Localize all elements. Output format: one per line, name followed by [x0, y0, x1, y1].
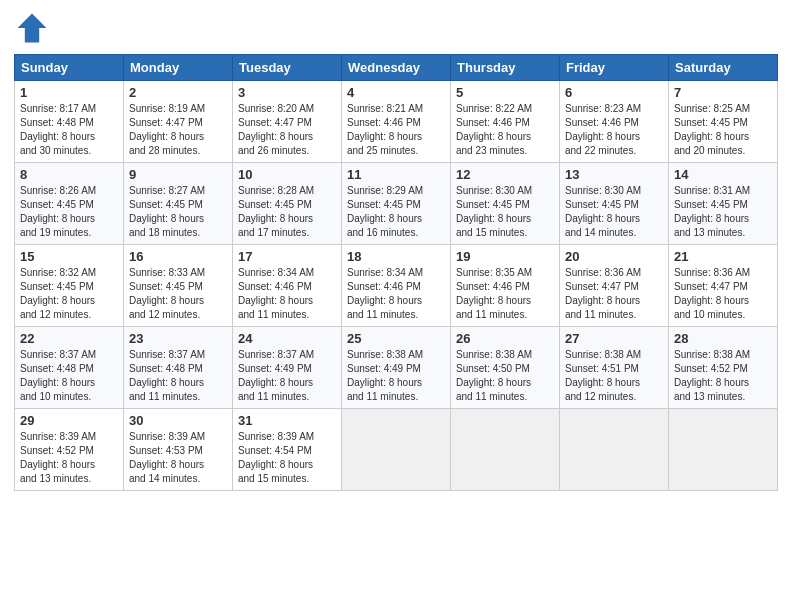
day-number: 17 [238, 249, 336, 264]
weekday-header-cell: Friday [560, 55, 669, 81]
calendar: SundayMondayTuesdayWednesdayThursdayFrid… [14, 54, 778, 491]
weekday-header-cell: Tuesday [233, 55, 342, 81]
day-info: Sunrise: 8:20 AM Sunset: 4:47 PM Dayligh… [238, 102, 336, 158]
calendar-day-cell: 7Sunrise: 8:25 AM Sunset: 4:45 PM Daylig… [669, 81, 778, 163]
day-number: 10 [238, 167, 336, 182]
day-info: Sunrise: 8:30 AM Sunset: 4:45 PM Dayligh… [565, 184, 663, 240]
calendar-day-cell: 25Sunrise: 8:38 AM Sunset: 4:49 PM Dayli… [342, 327, 451, 409]
calendar-day-cell: 28Sunrise: 8:38 AM Sunset: 4:52 PM Dayli… [669, 327, 778, 409]
calendar-day-cell: 19Sunrise: 8:35 AM Sunset: 4:46 PM Dayli… [451, 245, 560, 327]
calendar-day-cell: 21Sunrise: 8:36 AM Sunset: 4:47 PM Dayli… [669, 245, 778, 327]
day-number: 9 [129, 167, 227, 182]
calendar-day-cell: 24Sunrise: 8:37 AM Sunset: 4:49 PM Dayli… [233, 327, 342, 409]
weekday-header-cell: Saturday [669, 55, 778, 81]
day-number: 3 [238, 85, 336, 100]
day-number: 7 [674, 85, 772, 100]
day-info: Sunrise: 8:36 AM Sunset: 4:47 PM Dayligh… [674, 266, 772, 322]
calendar-day-cell: 3Sunrise: 8:20 AM Sunset: 4:47 PM Daylig… [233, 81, 342, 163]
day-info: Sunrise: 8:38 AM Sunset: 4:52 PM Dayligh… [674, 348, 772, 404]
day-info: Sunrise: 8:23 AM Sunset: 4:46 PM Dayligh… [565, 102, 663, 158]
day-number: 13 [565, 167, 663, 182]
day-number: 6 [565, 85, 663, 100]
calendar-day-cell: 6Sunrise: 8:23 AM Sunset: 4:46 PM Daylig… [560, 81, 669, 163]
day-number: 31 [238, 413, 336, 428]
weekday-header-cell: Wednesday [342, 55, 451, 81]
day-info: Sunrise: 8:19 AM Sunset: 4:47 PM Dayligh… [129, 102, 227, 158]
day-info: Sunrise: 8:38 AM Sunset: 4:49 PM Dayligh… [347, 348, 445, 404]
day-info: Sunrise: 8:34 AM Sunset: 4:46 PM Dayligh… [238, 266, 336, 322]
day-info: Sunrise: 8:30 AM Sunset: 4:45 PM Dayligh… [456, 184, 554, 240]
day-number: 22 [20, 331, 118, 346]
calendar-day-cell [451, 409, 560, 491]
day-number: 29 [20, 413, 118, 428]
day-info: Sunrise: 8:39 AM Sunset: 4:54 PM Dayligh… [238, 430, 336, 486]
calendar-day-cell: 9Sunrise: 8:27 AM Sunset: 4:45 PM Daylig… [124, 163, 233, 245]
calendar-day-cell: 13Sunrise: 8:30 AM Sunset: 4:45 PM Dayli… [560, 163, 669, 245]
calendar-day-cell: 18Sunrise: 8:34 AM Sunset: 4:46 PM Dayli… [342, 245, 451, 327]
calendar-week-row: 15Sunrise: 8:32 AM Sunset: 4:45 PM Dayli… [15, 245, 778, 327]
calendar-day-cell: 1Sunrise: 8:17 AM Sunset: 4:48 PM Daylig… [15, 81, 124, 163]
calendar-day-cell: 12Sunrise: 8:30 AM Sunset: 4:45 PM Dayli… [451, 163, 560, 245]
day-number: 21 [674, 249, 772, 264]
calendar-day-cell: 16Sunrise: 8:33 AM Sunset: 4:45 PM Dayli… [124, 245, 233, 327]
day-info: Sunrise: 8:29 AM Sunset: 4:45 PM Dayligh… [347, 184, 445, 240]
day-number: 4 [347, 85, 445, 100]
day-number: 11 [347, 167, 445, 182]
calendar-day-cell: 17Sunrise: 8:34 AM Sunset: 4:46 PM Dayli… [233, 245, 342, 327]
logo-icon [14, 10, 50, 46]
calendar-day-cell: 11Sunrise: 8:29 AM Sunset: 4:45 PM Dayli… [342, 163, 451, 245]
calendar-day-cell: 14Sunrise: 8:31 AM Sunset: 4:45 PM Dayli… [669, 163, 778, 245]
day-info: Sunrise: 8:34 AM Sunset: 4:46 PM Dayligh… [347, 266, 445, 322]
day-number: 8 [20, 167, 118, 182]
day-number: 26 [456, 331, 554, 346]
calendar-week-row: 1Sunrise: 8:17 AM Sunset: 4:48 PM Daylig… [15, 81, 778, 163]
day-number: 14 [674, 167, 772, 182]
day-number: 15 [20, 249, 118, 264]
calendar-day-cell: 31Sunrise: 8:39 AM Sunset: 4:54 PM Dayli… [233, 409, 342, 491]
logo [14, 10, 54, 46]
day-info: Sunrise: 8:22 AM Sunset: 4:46 PM Dayligh… [456, 102, 554, 158]
weekday-header-cell: Sunday [15, 55, 124, 81]
day-info: Sunrise: 8:36 AM Sunset: 4:47 PM Dayligh… [565, 266, 663, 322]
calendar-day-cell: 26Sunrise: 8:38 AM Sunset: 4:50 PM Dayli… [451, 327, 560, 409]
calendar-week-row: 29Sunrise: 8:39 AM Sunset: 4:52 PM Dayli… [15, 409, 778, 491]
day-info: Sunrise: 8:32 AM Sunset: 4:45 PM Dayligh… [20, 266, 118, 322]
header [14, 10, 778, 46]
calendar-day-cell: 23Sunrise: 8:37 AM Sunset: 4:48 PM Dayli… [124, 327, 233, 409]
weekday-header-cell: Thursday [451, 55, 560, 81]
day-info: Sunrise: 8:37 AM Sunset: 4:48 PM Dayligh… [20, 348, 118, 404]
day-info: Sunrise: 8:17 AM Sunset: 4:48 PM Dayligh… [20, 102, 118, 158]
day-info: Sunrise: 8:26 AM Sunset: 4:45 PM Dayligh… [20, 184, 118, 240]
calendar-day-cell: 2Sunrise: 8:19 AM Sunset: 4:47 PM Daylig… [124, 81, 233, 163]
day-number: 27 [565, 331, 663, 346]
day-info: Sunrise: 8:37 AM Sunset: 4:49 PM Dayligh… [238, 348, 336, 404]
day-number: 19 [456, 249, 554, 264]
day-info: Sunrise: 8:38 AM Sunset: 4:50 PM Dayligh… [456, 348, 554, 404]
day-info: Sunrise: 8:25 AM Sunset: 4:45 PM Dayligh… [674, 102, 772, 158]
day-number: 25 [347, 331, 445, 346]
calendar-day-cell: 29Sunrise: 8:39 AM Sunset: 4:52 PM Dayli… [15, 409, 124, 491]
calendar-day-cell: 15Sunrise: 8:32 AM Sunset: 4:45 PM Dayli… [15, 245, 124, 327]
day-info: Sunrise: 8:27 AM Sunset: 4:45 PM Dayligh… [129, 184, 227, 240]
day-info: Sunrise: 8:31 AM Sunset: 4:45 PM Dayligh… [674, 184, 772, 240]
calendar-day-cell: 8Sunrise: 8:26 AM Sunset: 4:45 PM Daylig… [15, 163, 124, 245]
day-number: 24 [238, 331, 336, 346]
day-number: 28 [674, 331, 772, 346]
day-number: 20 [565, 249, 663, 264]
calendar-week-row: 22Sunrise: 8:37 AM Sunset: 4:48 PM Dayli… [15, 327, 778, 409]
day-info: Sunrise: 8:28 AM Sunset: 4:45 PM Dayligh… [238, 184, 336, 240]
day-info: Sunrise: 8:39 AM Sunset: 4:53 PM Dayligh… [129, 430, 227, 486]
day-number: 1 [20, 85, 118, 100]
day-info: Sunrise: 8:39 AM Sunset: 4:52 PM Dayligh… [20, 430, 118, 486]
calendar-day-cell: 30Sunrise: 8:39 AM Sunset: 4:53 PM Dayli… [124, 409, 233, 491]
calendar-day-cell [560, 409, 669, 491]
day-number: 2 [129, 85, 227, 100]
weekday-header-cell: Monday [124, 55, 233, 81]
day-info: Sunrise: 8:21 AM Sunset: 4:46 PM Dayligh… [347, 102, 445, 158]
calendar-day-cell: 4Sunrise: 8:21 AM Sunset: 4:46 PM Daylig… [342, 81, 451, 163]
day-number: 5 [456, 85, 554, 100]
day-info: Sunrise: 8:37 AM Sunset: 4:48 PM Dayligh… [129, 348, 227, 404]
calendar-body: 1Sunrise: 8:17 AM Sunset: 4:48 PM Daylig… [15, 81, 778, 491]
calendar-day-cell: 22Sunrise: 8:37 AM Sunset: 4:48 PM Dayli… [15, 327, 124, 409]
day-number: 23 [129, 331, 227, 346]
